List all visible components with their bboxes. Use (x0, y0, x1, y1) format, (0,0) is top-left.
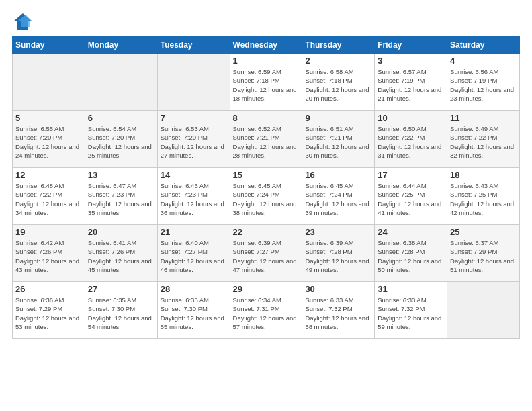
day-number: 7 (161, 113, 227, 123)
day-info: Sunrise: 6:52 AM Sunset: 7:21 PM Dayligh… (233, 124, 300, 160)
calendar-cell: 4Sunrise: 6:56 AM Sunset: 7:19 PM Daylig… (447, 54, 520, 111)
calendar-cell: 24Sunrise: 6:38 AM Sunset: 7:28 PM Dayli… (375, 225, 447, 282)
calendar-cell: 26Sunrise: 6:36 AM Sunset: 7:29 PM Dayli… (13, 282, 85, 339)
calendar-cell (447, 282, 520, 339)
calendar-cell: 8Sunrise: 6:52 AM Sunset: 7:21 PM Daylig… (230, 111, 302, 168)
calendar-cell: 6Sunrise: 6:54 AM Sunset: 7:20 PM Daylig… (85, 111, 157, 168)
calendar-cell (13, 54, 85, 111)
week-row-5: 26Sunrise: 6:36 AM Sunset: 7:29 PM Dayli… (13, 282, 520, 339)
week-row-4: 19Sunrise: 6:42 AM Sunset: 7:26 PM Dayli… (13, 225, 520, 282)
header-tuesday: Tuesday (157, 37, 230, 54)
day-info: Sunrise: 6:50 AM Sunset: 7:22 PM Dayligh… (378, 124, 444, 160)
calendar-cell: 19Sunrise: 6:42 AM Sunset: 7:26 PM Dayli… (13, 225, 85, 282)
day-info: Sunrise: 6:35 AM Sunset: 7:30 PM Dayligh… (161, 295, 227, 331)
calendar-cell: 28Sunrise: 6:35 AM Sunset: 7:30 PM Dayli… (157, 282, 230, 339)
calendar-cell: 31Sunrise: 6:33 AM Sunset: 7:32 PM Dayli… (375, 282, 447, 339)
day-number: 3 (378, 56, 444, 66)
day-info: Sunrise: 6:51 AM Sunset: 7:21 PM Dayligh… (305, 124, 371, 160)
day-info: Sunrise: 6:53 AM Sunset: 7:20 PM Dayligh… (161, 124, 227, 160)
day-info: Sunrise: 6:37 AM Sunset: 7:29 PM Dayligh… (450, 238, 517, 274)
day-info: Sunrise: 6:47 AM Sunset: 7:23 PM Dayligh… (88, 181, 154, 217)
calendar-cell: 16Sunrise: 6:45 AM Sunset: 7:24 PM Dayli… (302, 168, 375, 225)
header-friday: Friday (375, 37, 447, 54)
header-sunday: Sunday (13, 37, 85, 54)
day-info: Sunrise: 6:55 AM Sunset: 7:20 PM Dayligh… (15, 124, 82, 160)
calendar-cell: 22Sunrise: 6:39 AM Sunset: 7:27 PM Dayli… (230, 225, 302, 282)
day-info: Sunrise: 6:36 AM Sunset: 7:29 PM Dayligh… (15, 295, 82, 331)
calendar-cell (85, 54, 157, 111)
calendar-header: SundayMondayTuesdayWednesdayThursdayFrid… (13, 37, 520, 54)
day-number: 25 (450, 227, 517, 237)
day-number: 1 (233, 56, 300, 66)
day-info: Sunrise: 6:35 AM Sunset: 7:30 PM Dayligh… (88, 295, 154, 331)
day-info: Sunrise: 6:58 AM Sunset: 7:18 PM Dayligh… (305, 67, 371, 103)
day-number: 8 (233, 113, 300, 123)
day-number: 4 (450, 56, 517, 66)
calendar-cell: 14Sunrise: 6:46 AM Sunset: 7:23 PM Dayli… (157, 168, 230, 225)
calendar-cell: 29Sunrise: 6:34 AM Sunset: 7:31 PM Dayli… (230, 282, 302, 339)
day-info: Sunrise: 6:33 AM Sunset: 7:32 PM Dayligh… (378, 295, 444, 331)
calendar-cell: 25Sunrise: 6:37 AM Sunset: 7:29 PM Dayli… (447, 225, 520, 282)
calendar-body: 1Sunrise: 6:59 AM Sunset: 7:18 PM Daylig… (13, 54, 520, 339)
day-info: Sunrise: 6:33 AM Sunset: 7:32 PM Dayligh… (305, 295, 371, 331)
day-info: Sunrise: 6:45 AM Sunset: 7:24 PM Dayligh… (305, 181, 371, 217)
header-monday: Monday (85, 37, 157, 54)
logo (12, 12, 36, 31)
day-info: Sunrise: 6:54 AM Sunset: 7:20 PM Dayligh… (88, 124, 154, 160)
day-number: 13 (88, 170, 154, 180)
day-info: Sunrise: 6:45 AM Sunset: 7:24 PM Dayligh… (233, 181, 300, 217)
day-number: 15 (233, 170, 300, 180)
logo-icon (12, 12, 34, 31)
day-number: 12 (15, 170, 82, 180)
header-row: SundayMondayTuesdayWednesdayThursdayFrid… (13, 37, 520, 54)
day-number: 18 (450, 170, 517, 180)
day-number: 27 (88, 284, 154, 294)
day-number: 24 (378, 227, 444, 237)
day-number: 11 (450, 113, 517, 123)
day-number: 9 (305, 113, 371, 123)
day-number: 22 (233, 227, 300, 237)
day-info: Sunrise: 6:57 AM Sunset: 7:19 PM Dayligh… (378, 67, 444, 103)
calendar-cell: 13Sunrise: 6:47 AM Sunset: 7:23 PM Dayli… (85, 168, 157, 225)
day-info: Sunrise: 6:40 AM Sunset: 7:27 PM Dayligh… (161, 238, 227, 274)
day-number: 23 (305, 227, 371, 237)
week-row-3: 12Sunrise: 6:48 AM Sunset: 7:22 PM Dayli… (13, 168, 520, 225)
day-number: 20 (88, 227, 154, 237)
calendar-cell: 23Sunrise: 6:39 AM Sunset: 7:28 PM Dayli… (302, 225, 375, 282)
day-info: Sunrise: 6:42 AM Sunset: 7:26 PM Dayligh… (15, 238, 82, 274)
calendar-cell: 2Sunrise: 6:58 AM Sunset: 7:18 PM Daylig… (302, 54, 375, 111)
calendar-cell: 17Sunrise: 6:44 AM Sunset: 7:25 PM Dayli… (375, 168, 447, 225)
calendar-page: SundayMondayTuesdayWednesdayThursdayFrid… (0, 0, 532, 411)
calendar-cell: 21Sunrise: 6:40 AM Sunset: 7:27 PM Dayli… (157, 225, 230, 282)
calendar-cell: 9Sunrise: 6:51 AM Sunset: 7:21 PM Daylig… (302, 111, 375, 168)
week-row-2: 5Sunrise: 6:55 AM Sunset: 7:20 PM Daylig… (13, 111, 520, 168)
day-number: 14 (161, 170, 227, 180)
day-number: 29 (233, 284, 300, 294)
header-thursday: Thursday (302, 37, 375, 54)
day-number: 28 (161, 284, 227, 294)
calendar-cell: 18Sunrise: 6:43 AM Sunset: 7:25 PM Dayli… (447, 168, 520, 225)
calendar-cell: 12Sunrise: 6:48 AM Sunset: 7:22 PM Dayli… (13, 168, 85, 225)
day-number: 2 (305, 56, 371, 66)
day-info: Sunrise: 6:38 AM Sunset: 7:28 PM Dayligh… (378, 238, 444, 274)
week-row-1: 1Sunrise: 6:59 AM Sunset: 7:18 PM Daylig… (13, 54, 520, 111)
day-info: Sunrise: 6:43 AM Sunset: 7:25 PM Dayligh… (450, 181, 517, 217)
day-number: 30 (305, 284, 371, 294)
calendar-cell: 1Sunrise: 6:59 AM Sunset: 7:18 PM Daylig… (230, 54, 302, 111)
day-number: 21 (161, 227, 227, 237)
day-number: 5 (15, 113, 82, 123)
day-info: Sunrise: 6:44 AM Sunset: 7:25 PM Dayligh… (378, 181, 444, 217)
day-number: 10 (378, 113, 444, 123)
calendar-cell: 7Sunrise: 6:53 AM Sunset: 7:20 PM Daylig… (157, 111, 230, 168)
day-info: Sunrise: 6:56 AM Sunset: 7:19 PM Dayligh… (450, 67, 517, 103)
calendar-cell: 3Sunrise: 6:57 AM Sunset: 7:19 PM Daylig… (375, 54, 447, 111)
day-number: 17 (378, 170, 444, 180)
page-header (12, 12, 520, 31)
calendar-cell: 11Sunrise: 6:49 AM Sunset: 7:22 PM Dayli… (447, 111, 520, 168)
calendar-cell: 30Sunrise: 6:33 AM Sunset: 7:32 PM Dayli… (302, 282, 375, 339)
day-info: Sunrise: 6:41 AM Sunset: 7:26 PM Dayligh… (88, 238, 154, 274)
day-number: 19 (15, 227, 82, 237)
calendar-cell: 20Sunrise: 6:41 AM Sunset: 7:26 PM Dayli… (85, 225, 157, 282)
day-info: Sunrise: 6:34 AM Sunset: 7:31 PM Dayligh… (233, 295, 300, 331)
day-number: 16 (305, 170, 371, 180)
